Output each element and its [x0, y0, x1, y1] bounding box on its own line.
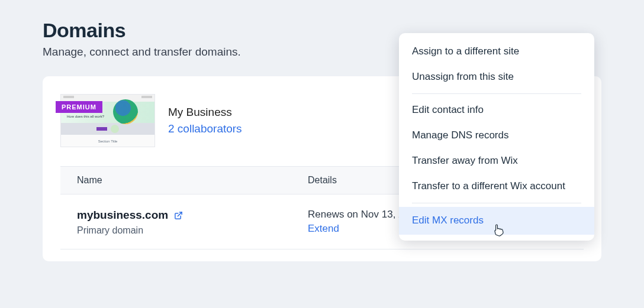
collaborators-link[interactable]: 2 collaborators	[168, 122, 242, 135]
menu-assign-site[interactable]: Assign to a different site	[399, 39, 594, 64]
svg-line-0	[178, 212, 182, 216]
thumb-hero-text: How does this all work?	[67, 115, 104, 118]
col-header-name: Name	[77, 175, 308, 186]
premium-badge: PREMIUM	[56, 101, 102, 113]
thumb-section-title: Section Title	[61, 140, 154, 143]
site-thumbnail[interactable]: How does this all work? Section Title PR…	[60, 94, 155, 147]
menu-transfer-away[interactable]: Transfer away from Wix	[399, 148, 594, 174]
site-name: My Business	[168, 106, 242, 119]
menu-unassign-site[interactable]: Unassign from this site	[399, 64, 594, 90]
menu-separator	[412, 203, 581, 203]
domain-name[interactable]: mybusiness.com	[77, 209, 183, 222]
domain-subtitle: Primary domain	[77, 225, 308, 236]
menu-manage-dns[interactable]: Manage DNS records	[399, 123, 594, 148]
menu-edit-mx[interactable]: Edit MX records	[399, 207, 594, 235]
external-link-icon[interactable]	[174, 211, 183, 220]
menu-edit-contact[interactable]: Edit contact info	[399, 98, 594, 123]
menu-separator	[412, 93, 581, 94]
domain-name-text: mybusiness.com	[77, 209, 168, 222]
menu-transfer-account[interactable]: Transfer to a different Wix account	[399, 174, 594, 199]
domain-actions-menu: Assign to a different site Unassign from…	[399, 33, 594, 241]
